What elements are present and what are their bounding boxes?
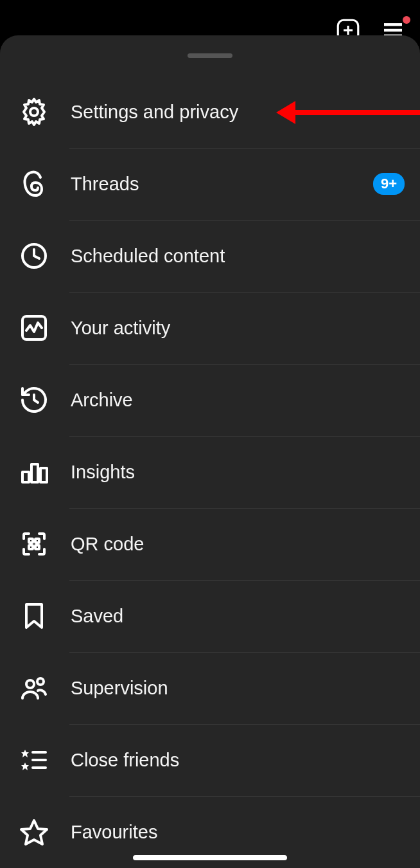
people-icon	[17, 671, 51, 705]
threads-icon	[17, 167, 51, 201]
svg-rect-15	[35, 545, 39, 549]
activity-icon	[17, 311, 51, 345]
svg-rect-12	[29, 539, 33, 543]
svg-point-17	[37, 678, 44, 685]
svg-rect-11	[40, 468, 47, 482]
menu-label: Favourites	[71, 822, 405, 843]
star-icon	[17, 815, 51, 849]
qr-code-icon	[17, 527, 51, 561]
annotation-arrow	[276, 109, 420, 116]
home-indicator	[133, 855, 287, 860]
menu-item-activity[interactable]: Your activity	[0, 292, 420, 364]
menu-item-archive[interactable]: Archive	[0, 364, 420, 436]
clock-icon	[17, 239, 51, 273]
svg-rect-9	[22, 472, 29, 482]
threads-badge: 9+	[373, 173, 405, 195]
options-sheet: Settings and privacy Threads 9+ Schedule…	[0, 35, 420, 868]
star-list-icon	[17, 743, 51, 777]
menu-label: Close friends	[71, 750, 405, 771]
menu-item-qr[interactable]: QR code	[0, 508, 420, 580]
menu-label: Threads	[71, 174, 373, 195]
menu-label: Scheduled content	[71, 246, 405, 267]
svg-rect-10	[31, 464, 38, 482]
bar-chart-icon	[17, 455, 51, 489]
menu-item-saved[interactable]: Saved	[0, 580, 420, 652]
sheet-grabber[interactable]	[188, 53, 232, 58]
menu-label: QR code	[71, 534, 405, 555]
menu-label: Your activity	[71, 318, 405, 339]
gear-icon	[17, 95, 51, 129]
menu-item-threads[interactable]: Threads 9+	[0, 148, 420, 220]
svg-marker-23	[21, 820, 47, 844]
history-icon	[17, 383, 51, 417]
svg-point-6	[30, 108, 38, 116]
svg-point-16	[26, 680, 34, 688]
menu-item-insights[interactable]: Insights	[0, 436, 420, 508]
menu-item-supervision[interactable]: Supervision	[0, 652, 420, 724]
menu-label: Insights	[71, 462, 405, 483]
menu-label: Saved	[71, 606, 405, 627]
menu-label: Supervision	[71, 678, 405, 699]
notification-dot	[403, 16, 410, 24]
bookmark-icon	[17, 599, 51, 633]
menu-item-scheduled[interactable]: Scheduled content	[0, 220, 420, 292]
svg-rect-13	[35, 539, 39, 543]
menu-item-close-friends[interactable]: Close friends	[0, 724, 420, 796]
menu-list: Settings and privacy Threads 9+ Schedule…	[0, 76, 420, 868]
svg-rect-14	[29, 545, 33, 549]
svg-marker-18	[21, 750, 29, 757]
svg-marker-22	[21, 763, 29, 770]
menu-label: Archive	[71, 390, 405, 411]
